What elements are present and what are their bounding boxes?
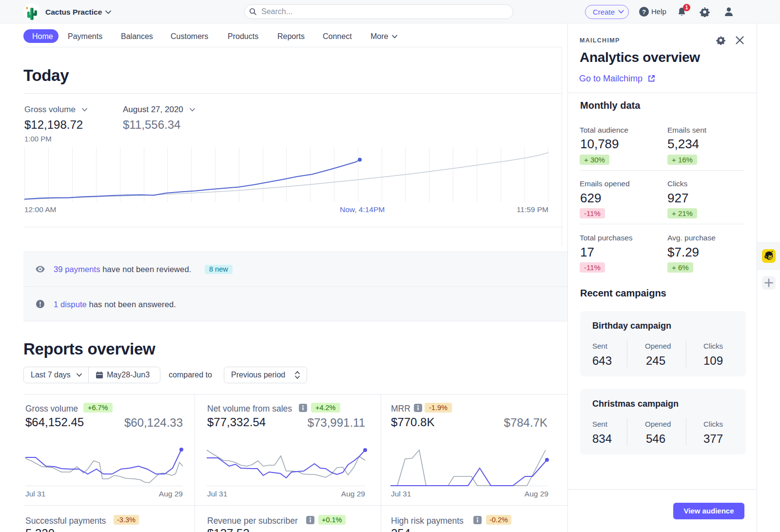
svg-text:?: ? xyxy=(642,8,646,16)
